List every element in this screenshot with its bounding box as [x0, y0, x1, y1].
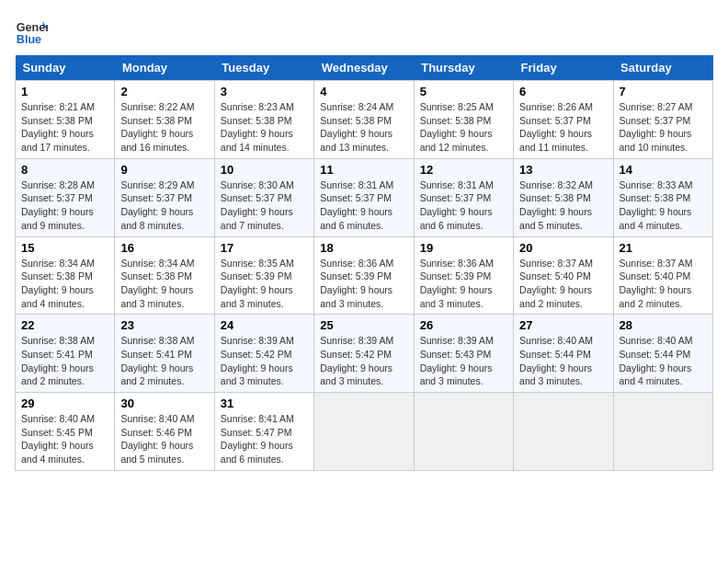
day-number: 25 — [320, 318, 407, 332]
day-number: 10 — [221, 163, 308, 177]
calendar-cell: 30 Sunrise: 8:40 AM Sunset: 5:46 PM Dayl… — [115, 393, 214, 471]
day-info: Sunrise: 8:25 AM Sunset: 5:38 PM Dayligh… — [420, 100, 507, 155]
calendar-cell: 4 Sunrise: 8:24 AM Sunset: 5:38 PM Dayli… — [314, 81, 414, 159]
day-number: 27 — [519, 318, 607, 332]
day-info: Sunrise: 8:40 AM Sunset: 5:46 PM Dayligh… — [120, 412, 208, 466]
day-info: Sunrise: 8:24 AM Sunset: 5:38 PM Dayligh… — [320, 100, 407, 155]
calendar-cell: 12 Sunrise: 8:31 AM Sunset: 5:37 PM Dayl… — [414, 158, 513, 236]
day-info: Sunrise: 8:31 AM Sunset: 5:37 PM Dayligh… — [420, 178, 507, 233]
day-info: Sunrise: 8:27 AM Sunset: 5:37 PM Dayligh… — [620, 100, 707, 155]
day-number: 13 — [519, 163, 607, 177]
day-number: 17 — [221, 241, 308, 255]
calendar-cell: 11 Sunrise: 8:31 AM Sunset: 5:37 PM Dayl… — [314, 158, 414, 236]
calendar-cell: 3 Sunrise: 8:23 AM Sunset: 5:38 PM Dayli… — [214, 81, 313, 159]
day-number: 7 — [620, 85, 707, 98]
calendar-cell: 20 Sunrise: 8:37 AM Sunset: 5:40 PM Dayl… — [514, 236, 613, 315]
day-info: Sunrise: 8:22 AM Sunset: 5:38 PM Dayligh… — [120, 100, 208, 155]
day-info: Sunrise: 8:37 AM Sunset: 5:40 PM Dayligh… — [519, 257, 607, 311]
calendar-cell: 10 Sunrise: 8:30 AM Sunset: 5:37 PM Dayl… — [214, 158, 313, 236]
calendar-cell: 31 Sunrise: 8:41 AM Sunset: 5:47 PM Dayl… — [214, 393, 313, 471]
day-number: 15 — [21, 241, 108, 255]
day-number: 30 — [120, 396, 208, 410]
day-info: Sunrise: 8:37 AM Sunset: 5:40 PM Dayligh… — [620, 257, 707, 311]
day-number: 14 — [620, 163, 707, 177]
day-info: Sunrise: 8:35 AM Sunset: 5:39 PM Dayligh… — [221, 257, 308, 311]
calendar-cell: 6 Sunrise: 8:26 AM Sunset: 5:37 PM Dayli… — [514, 81, 613, 159]
day-info: Sunrise: 8:36 AM Sunset: 5:39 PM Dayligh… — [420, 257, 507, 311]
calendar-cell: 13 Sunrise: 8:32 AM Sunset: 5:38 PM Dayl… — [514, 158, 613, 236]
calendar-cell: 22 Sunrise: 8:38 AM Sunset: 5:41 PM Dayl… — [16, 315, 115, 393]
day-number: 21 — [620, 241, 707, 255]
logo-icon: General Blue — [15, 15, 48, 48]
day-number: 3 — [221, 85, 308, 98]
day-info: Sunrise: 8:40 AM Sunset: 5:45 PM Dayligh… — [21, 412, 108, 466]
day-info: Sunrise: 8:23 AM Sunset: 5:38 PM Dayligh… — [221, 100, 308, 155]
calendar-week-4: 22 Sunrise: 8:38 AM Sunset: 5:41 PM Dayl… — [16, 315, 713, 393]
day-info: Sunrise: 8:39 AM Sunset: 5:43 PM Dayligh… — [420, 334, 507, 388]
day-number: 19 — [420, 241, 507, 255]
calendar-cell: 18 Sunrise: 8:36 AM Sunset: 5:39 PM Dayl… — [314, 236, 414, 315]
day-info: Sunrise: 8:39 AM Sunset: 5:42 PM Dayligh… — [221, 334, 308, 388]
day-info: Sunrise: 8:38 AM Sunset: 5:41 PM Dayligh… — [21, 334, 108, 388]
day-info: Sunrise: 8:41 AM Sunset: 5:47 PM Dayligh… — [221, 412, 308, 466]
calendar-week-2: 8 Sunrise: 8:28 AM Sunset: 5:37 PM Dayli… — [16, 158, 713, 236]
weekday-header-friday: Friday — [514, 55, 613, 81]
calendar-cell: 25 Sunrise: 8:39 AM Sunset: 5:42 PM Dayl… — [314, 315, 414, 393]
calendar-cell — [314, 393, 414, 471]
day-number: 12 — [420, 163, 507, 177]
day-info: Sunrise: 8:32 AM Sunset: 5:38 PM Dayligh… — [519, 178, 607, 233]
day-info: Sunrise: 8:34 AM Sunset: 5:38 PM Dayligh… — [21, 257, 108, 311]
calendar-week-5: 29 Sunrise: 8:40 AM Sunset: 5:45 PM Dayl… — [16, 393, 713, 471]
day-info: Sunrise: 8:38 AM Sunset: 5:41 PM Dayligh… — [120, 334, 208, 388]
logo: General Blue — [15, 15, 48, 48]
calendar-cell: 5 Sunrise: 8:25 AM Sunset: 5:38 PM Dayli… — [414, 81, 513, 159]
day-number: 4 — [320, 85, 407, 98]
day-info: Sunrise: 8:36 AM Sunset: 5:39 PM Dayligh… — [320, 257, 407, 311]
day-info: Sunrise: 8:33 AM Sunset: 5:38 PM Dayligh… — [620, 178, 707, 233]
calendar-cell: 2 Sunrise: 8:22 AM Sunset: 5:38 PM Dayli… — [115, 81, 214, 159]
day-number: 6 — [519, 85, 607, 98]
day-info: Sunrise: 8:21 AM Sunset: 5:38 PM Dayligh… — [21, 100, 108, 155]
calendar-cell: 14 Sunrise: 8:33 AM Sunset: 5:38 PM Dayl… — [613, 158, 712, 236]
day-number: 9 — [120, 163, 208, 177]
day-info: Sunrise: 8:40 AM Sunset: 5:44 PM Dayligh… — [519, 334, 607, 388]
day-number: 24 — [221, 318, 308, 332]
calendar-cell: 24 Sunrise: 8:39 AM Sunset: 5:42 PM Dayl… — [214, 315, 313, 393]
calendar-cell: 15 Sunrise: 8:34 AM Sunset: 5:38 PM Dayl… — [16, 236, 115, 315]
weekday-header-saturday: Saturday — [613, 55, 712, 81]
calendar-cell: 7 Sunrise: 8:27 AM Sunset: 5:37 PM Dayli… — [613, 81, 712, 159]
day-number: 23 — [120, 318, 208, 332]
weekday-header-thursday: Thursday — [414, 55, 513, 81]
day-info: Sunrise: 8:39 AM Sunset: 5:42 PM Dayligh… — [320, 334, 407, 388]
weekday-header-wednesday: Wednesday — [314, 55, 414, 81]
calendar-cell: 17 Sunrise: 8:35 AM Sunset: 5:39 PM Dayl… — [214, 236, 313, 315]
calendar-cell: 8 Sunrise: 8:28 AM Sunset: 5:37 PM Dayli… — [16, 158, 115, 236]
svg-text:Blue: Blue — [17, 33, 41, 46]
weekday-header-monday: Monday — [115, 55, 214, 81]
day-info: Sunrise: 8:30 AM Sunset: 5:37 PM Dayligh… — [221, 178, 308, 233]
day-number: 8 — [21, 163, 108, 177]
calendar-cell — [613, 393, 712, 471]
day-info: Sunrise: 8:28 AM Sunset: 5:37 PM Dayligh… — [21, 178, 108, 233]
day-number: 29 — [21, 396, 108, 410]
calendar-week-3: 15 Sunrise: 8:34 AM Sunset: 5:38 PM Dayl… — [16, 236, 713, 315]
calendar-cell: 19 Sunrise: 8:36 AM Sunset: 5:39 PM Dayl… — [414, 236, 513, 315]
day-info: Sunrise: 8:34 AM Sunset: 5:38 PM Dayligh… — [120, 257, 208, 311]
day-number: 18 — [320, 241, 407, 255]
day-number: 22 — [21, 318, 108, 332]
day-number: 2 — [120, 85, 208, 98]
calendar-cell: 28 Sunrise: 8:40 AM Sunset: 5:44 PM Dayl… — [613, 315, 712, 393]
calendar-cell: 1 Sunrise: 8:21 AM Sunset: 5:38 PM Dayli… — [16, 81, 115, 159]
calendar-cell — [514, 393, 613, 471]
day-number: 5 — [420, 85, 507, 98]
calendar-cell: 16 Sunrise: 8:34 AM Sunset: 5:38 PM Dayl… — [115, 236, 214, 315]
day-number: 20 — [519, 241, 607, 255]
page-header: General Blue — [15, 15, 713, 48]
day-number: 11 — [320, 163, 407, 177]
day-number: 16 — [120, 241, 208, 255]
day-number: 31 — [221, 396, 308, 410]
calendar-week-1: 1 Sunrise: 8:21 AM Sunset: 5:38 PM Dayli… — [16, 81, 713, 159]
weekday-header-sunday: Sunday — [16, 55, 115, 81]
day-info: Sunrise: 8:31 AM Sunset: 5:37 PM Dayligh… — [320, 178, 407, 233]
day-info: Sunrise: 8:29 AM Sunset: 5:37 PM Dayligh… — [120, 178, 208, 233]
